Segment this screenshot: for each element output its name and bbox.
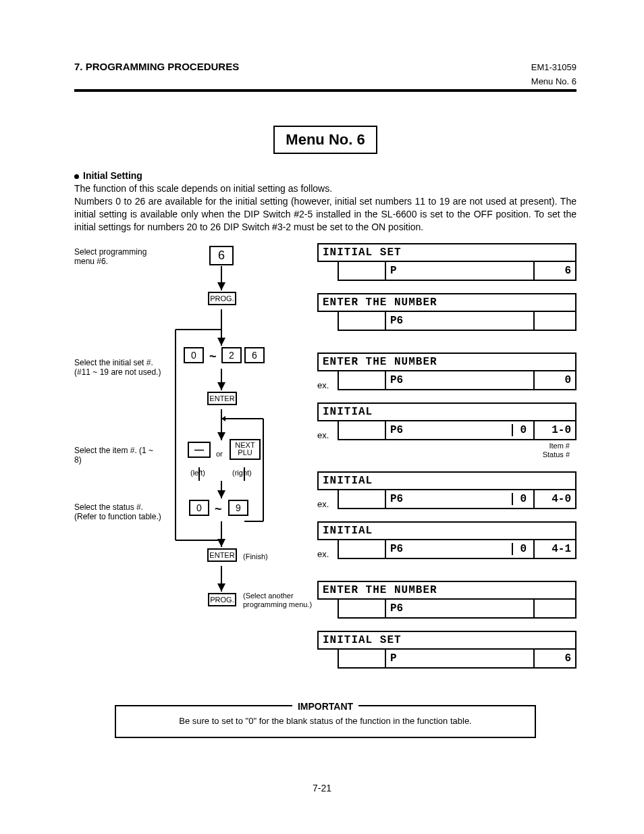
flow-left: (left) (190, 469, 205, 477)
bullet-title: Initial Setting (83, 170, 142, 181)
flow-finish: (Finish) (243, 552, 268, 561)
ex-label: ex. (317, 549, 335, 559)
screen-header: ENTER THE NUMBER (317, 293, 576, 312)
flow-tilde-1: ~ (209, 350, 217, 364)
menu-no-header: Menu No. 6 (74, 76, 576, 86)
important-box: IMPORTANT Be sure to set to "0" for the … (115, 701, 536, 738)
flow-label-4: Select the status #. (Refer to function … (74, 502, 162, 522)
screen-row: P6 (338, 650, 576, 669)
screen-row: P6 (338, 312, 576, 331)
screen-row: P60 (338, 371, 576, 390)
screen-header: INITIAL SET (317, 243, 576, 262)
screen-header: INITIAL (317, 471, 576, 490)
flow-key-minus: — (188, 442, 211, 458)
flowchart: Select programming menu #6. Select the i… (74, 243, 304, 628)
screen-row: P601-0 (338, 421, 576, 440)
screen-header: INITIAL (317, 521, 576, 540)
flow-key-2: 2 (221, 347, 242, 363)
flow-arrows (74, 243, 304, 628)
screen-header: ENTER THE NUMBER (317, 581, 576, 600)
screen-group: INITIAL SETP6 (317, 243, 576, 281)
bullet-heading: Initial Setting (74, 170, 576, 181)
flow-key-enter: ENTER (207, 392, 237, 405)
screens-column: INITIAL SETP6ENTER THE NUMBERP6ENTER THE… (317, 243, 576, 681)
screen-annotation: Item # Status # (317, 440, 576, 459)
ex-label: ex. (317, 380, 335, 390)
menu-title-box: Menu No. 6 (273, 126, 377, 154)
flow-key-enter2: ENTER (207, 548, 237, 562)
important-label: IMPORTANT (292, 701, 358, 712)
flow-label-1: Select programming menu #6. (74, 247, 162, 267)
screen-row: P6 (338, 600, 576, 619)
page-header: 7. PROGRAMMING PROCEDURES EM1-31059 (74, 61, 576, 72)
screen-group: ENTER THE NUMBERex.P60 (317, 353, 576, 390)
screen-header: ENTER THE NUMBER (317, 353, 576, 371)
flow-key-0: 0 (184, 347, 204, 363)
screen-group: INITIALex.P604-1 (317, 521, 576, 559)
ex-label: ex. (317, 499, 335, 509)
flow-label-2: Select the initial set #. (#11 ~ 19 are … (74, 358, 162, 377)
screen-group: INITIALex.P604-0 (317, 471, 576, 509)
flow-key-6b: 6 (244, 347, 265, 363)
screen-row: P6 (338, 262, 576, 281)
flow-label-3: Select the item #. (1 ~ 8) (74, 446, 162, 465)
screen-row: P604-1 (338, 540, 576, 559)
paragraph: The function of this scale depends on in… (74, 182, 576, 234)
flow-key-next-plu: NEXT PLU (230, 439, 261, 460)
page: 7. PROGRAMMING PROCEDURES EM1-31059 Menu… (0, 0, 644, 834)
flow-key-9: 9 (228, 500, 248, 516)
flow-select-another: (Select another programming menu.) (243, 592, 324, 609)
flow-key-0b: 0 (189, 500, 209, 516)
flow-right: (right) (232, 469, 252, 477)
screen-group: INITIAL SETP6 (317, 631, 576, 669)
screen-header: INITIAL (317, 402, 576, 421)
flow-tilde-2: ~ (215, 502, 222, 517)
screen-group: INITIALex.P601-0Item # Status # (317, 402, 576, 459)
page-number: 7-21 (0, 783, 644, 793)
ex-label: ex. (317, 430, 335, 440)
doc-id: EM1-31059 (531, 62, 576, 72)
flow-or: or (216, 450, 223, 458)
screen-group: ENTER THE NUMBERP6 (317, 581, 576, 619)
bullet-icon (74, 174, 79, 179)
flow-key-6: 6 (209, 246, 234, 265)
screen-group: ENTER THE NUMBERP6 (317, 293, 576, 331)
section-title: 7. PROGRAMMING PROCEDURES (74, 61, 239, 72)
content-grid: Select programming menu #6. Select the i… (74, 243, 576, 681)
flow-key-prog: PROG. (208, 292, 236, 305)
screen-row: P604-0 (338, 490, 576, 509)
flow-key-prog2: PROG. (208, 593, 236, 606)
svg-marker-7 (221, 416, 225, 421)
screen-header: INITIAL SET (317, 631, 576, 650)
